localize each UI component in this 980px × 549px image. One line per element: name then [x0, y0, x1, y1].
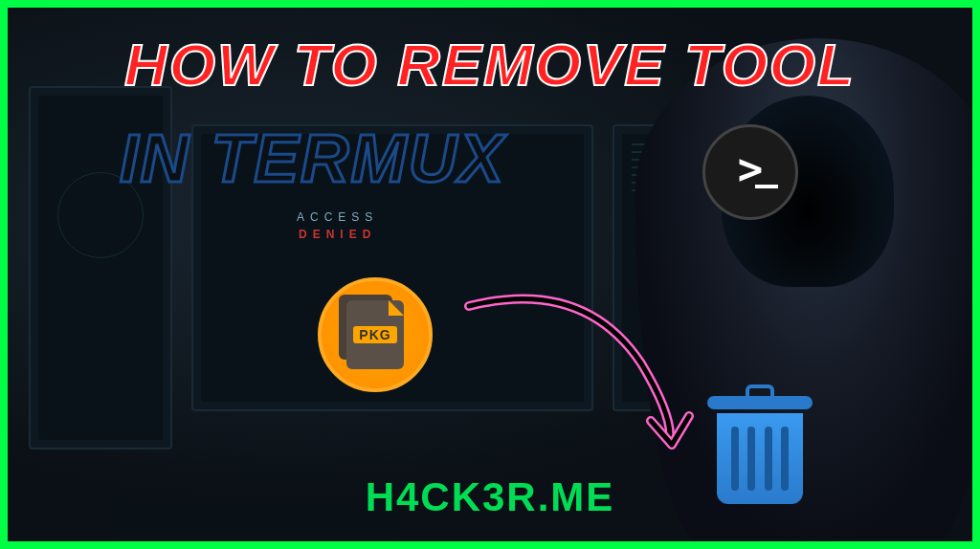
terminal-icon: >: [702, 124, 798, 220]
title-line-1: HOW TO REMOVE TOOL: [124, 31, 856, 99]
arrow-icon: [450, 287, 699, 459]
access-label: ACCESS: [297, 210, 378, 224]
keyboard-graphic: [115, 503, 402, 541]
access-denied-text: ACCESS DENIED: [297, 210, 378, 241]
pkg-file-icon: PKG: [346, 300, 404, 369]
trash-body: [717, 413, 803, 504]
title-line-2: IN TERMUX: [120, 121, 505, 197]
watermark-text: H4CK3R.ME: [366, 474, 615, 520]
trash-handle: [746, 384, 774, 396]
terminal-cursor-icon: [755, 185, 778, 188]
trash-lid: [707, 396, 813, 409]
pkg-icon: PKG: [318, 277, 433, 392]
denied-label: DENIED: [297, 228, 378, 241]
pkg-label: PKG: [353, 326, 396, 343]
trash-icon: [707, 396, 813, 511]
